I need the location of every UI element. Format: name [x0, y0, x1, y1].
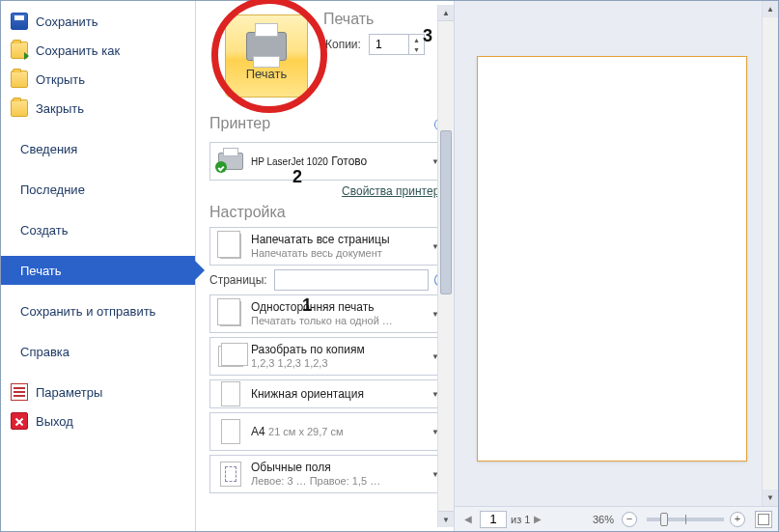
- margins-icon: [216, 460, 245, 489]
- preview-canvas: [455, 1, 778, 506]
- nav-save-label: Сохранить: [36, 14, 98, 29]
- printer-properties-link[interactable]: Свойства принтера: [209, 184, 446, 198]
- nav-open-label: Открыть: [36, 72, 85, 87]
- close-icon: [11, 99, 28, 117]
- paper-icon: [216, 417, 245, 446]
- nav-exit-label: Выход: [36, 414, 73, 429]
- fit-to-window-button[interactable]: [755, 511, 772, 528]
- preview-scrollbar[interactable]: ▲ ▼: [762, 1, 778, 506]
- nav-open[interactable]: Открыть: [1, 65, 195, 94]
- next-page-icon[interactable]: ▶: [530, 512, 545, 527]
- slider-knob[interactable]: [660, 513, 668, 526]
- print-header: Печать: [323, 11, 448, 28]
- orientation-dropdown[interactable]: Книжная ориентация ▼: [209, 379, 448, 408]
- nav-recent[interactable]: Последние: [1, 175, 195, 204]
- nav-print[interactable]: Печать: [1, 256, 195, 285]
- page-icon: [216, 299, 245, 328]
- settings-scrollbar[interactable]: ▲ ▼: [437, 5, 454, 527]
- copies-up-icon[interactable]: ▲: [409, 35, 424, 44]
- page-of-label: из 1: [511, 514, 530, 525]
- print-range-title: Напечатать все страницы: [251, 233, 390, 246]
- pages-input[interactable]: [274, 269, 429, 291]
- zoom-out-button[interactable]: −: [622, 512, 637, 527]
- copies-spinner[interactable]: ▲ ▼: [369, 34, 425, 55]
- preview-statusbar: ◀ из 1 ▶ 36% − +: [455, 506, 778, 531]
- printer-header: Принтер: [209, 115, 270, 132]
- settings-header: Настройка: [209, 204, 448, 221]
- save-as-icon: [11, 42, 28, 59]
- save-icon: [11, 13, 28, 30]
- left-nav: Сохранить Сохранить как Открыть Закрыть …: [1, 1, 196, 531]
- copies-down-icon[interactable]: ▼: [409, 44, 424, 54]
- nav-info[interactable]: Сведения: [1, 134, 195, 163]
- nav-save[interactable]: Сохранить: [1, 7, 195, 36]
- nav-options-label: Параметры: [36, 385, 102, 400]
- copies-input[interactable]: [370, 35, 408, 54]
- print-button[interactable]: Печать: [225, 14, 308, 98]
- pages-row: Страницы: i: [209, 269, 448, 291]
- nav-new[interactable]: Создать: [1, 215, 195, 244]
- nav-save-send[interactable]: Сохранить и отправить: [1, 296, 195, 325]
- margins-title: Обычные поля: [251, 461, 331, 474]
- prev-page-icon[interactable]: ◀: [460, 512, 476, 527]
- zoom-label: 36%: [593, 514, 614, 525]
- sides-sub: Печатать только на одной …: [251, 315, 393, 326]
- collate-title: Разобрать по копиям: [251, 343, 365, 356]
- printer-state: Готово: [331, 154, 367, 168]
- collate-icon: [216, 342, 245, 371]
- backstage-root: Сохранить Сохранить как Открыть Закрыть …: [0, 0, 779, 532]
- collate-sub: 1,2,3 1,2,3 1,2,3: [251, 357, 328, 369]
- copies-row: Копии: ▲ ▼: [325, 34, 448, 55]
- printer-icon: [246, 32, 287, 61]
- printer-status-icon: [216, 147, 245, 176]
- orientation-icon: [216, 379, 245, 408]
- orientation-title: Книжная ориентация: [251, 387, 364, 401]
- print-range-sub: Напечатать весь документ: [251, 247, 382, 259]
- slider-tick: [685, 515, 686, 524]
- print-button-label: Печать: [246, 67, 288, 81]
- paper-title: A4: [251, 425, 265, 438]
- open-icon: [11, 70, 28, 88]
- page-preview: [477, 56, 747, 462]
- page-number-input[interactable]: [480, 511, 507, 528]
- pages-label: Страницы:: [209, 273, 274, 287]
- copies-label: Копии:: [325, 38, 361, 51]
- collate-dropdown[interactable]: Разобрать по копиям 1,2,3 1,2,3 1,2,3 ▼: [209, 337, 448, 376]
- scroll-down-icon[interactable]: ▼: [438, 511, 454, 527]
- nav-options[interactable]: Параметры: [1, 378, 195, 406]
- sides-title: Односторонняя печать: [251, 300, 375, 314]
- paper-sub: 21 см x 29,7 см: [268, 426, 344, 437]
- nav-close-label: Закрыть: [36, 101, 84, 116]
- scroll-down-icon[interactable]: ▼: [763, 490, 778, 506]
- print-range-dropdown[interactable]: Напечатать все страницы Напечатать весь …: [209, 227, 448, 266]
- print-settings-panel: Печать Печать Копии: ▲ ▼ 3 Принтер i: [196, 1, 455, 531]
- scroll-up-icon[interactable]: ▲: [438, 5, 454, 21]
- pages-icon: [216, 232, 245, 261]
- nav-save-as[interactable]: Сохранить как: [1, 36, 195, 65]
- nav-help[interactable]: Справка: [1, 337, 195, 366]
- margins-sub: Левое: 3 … Правое: 1,5 …: [251, 475, 380, 487]
- nav-close[interactable]: Закрыть: [1, 94, 195, 123]
- zoom-slider[interactable]: [647, 518, 724, 521]
- scroll-thumb[interactable]: [440, 130, 452, 294]
- exit-icon: [11, 412, 28, 430]
- zoom-in-button[interactable]: +: [730, 512, 745, 527]
- nav-save-as-label: Сохранить как: [36, 43, 120, 58]
- preview-panel: ▲ ▼ ◀ из 1 ▶ 36% − +: [455, 1, 778, 531]
- scroll-up-icon[interactable]: ▲: [763, 1, 778, 17]
- options-icon: [11, 383, 28, 401]
- printer-dropdown[interactable]: HP LaserJet 1020 Готово ▼: [209, 142, 448, 181]
- paper-size-dropdown[interactable]: A4 21 см x 29,7 см ▼: [209, 412, 448, 451]
- sides-dropdown[interactable]: Односторонняя печать Печатать только на …: [209, 294, 448, 333]
- nav-exit[interactable]: Выход: [1, 406, 195, 435]
- margins-dropdown[interactable]: Обычные поля Левое: 3 … Правое: 1,5 … ▼: [209, 455, 448, 493]
- printer-name: HP LaserJet 1020: [251, 156, 328, 167]
